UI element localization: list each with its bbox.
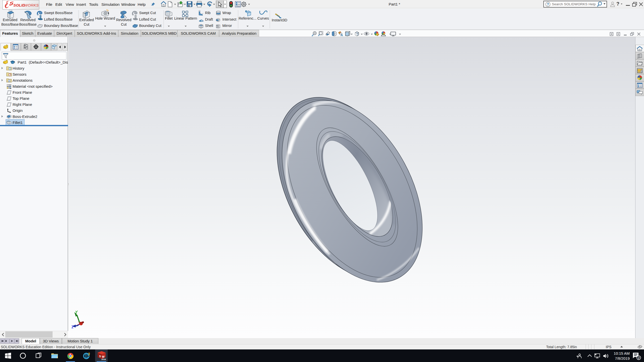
svg-text:A: A [8,80,10,82]
svg-text:2: 2 [638,356,639,360]
svg-text:2018: 2018 [101,358,106,360]
svg-text:S: S [99,355,101,358]
svg-text:?: ? [547,2,549,6]
svg-text:SOLID: SOLID [13,3,25,7]
svg-text:WORKS: WORKS [24,3,39,7]
svg-text:W: W [102,355,105,358]
svg-text:A: A [341,33,343,37]
